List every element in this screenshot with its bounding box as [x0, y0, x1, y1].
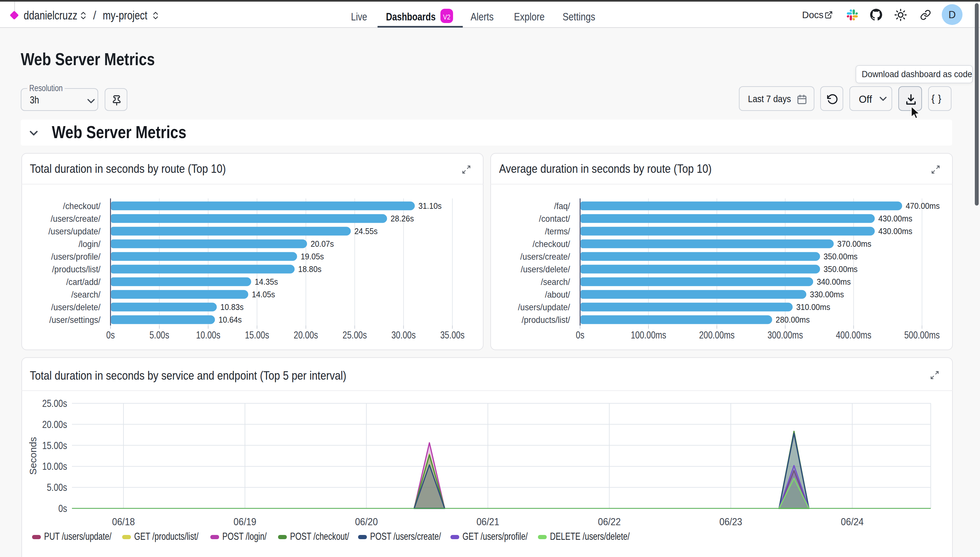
svg-text:28.26s: 28.26s: [390, 214, 414, 223]
svg-text:06/21: 06/21: [476, 516, 499, 527]
svg-text:/products/list/: /products/list/: [522, 315, 570, 325]
svg-text:06/23: 06/23: [720, 516, 742, 527]
svg-text:5.00s: 5.00s: [150, 329, 169, 341]
svg-text:14.05s: 14.05s: [252, 290, 275, 299]
svg-text:/contact/: /contact/: [539, 214, 570, 224]
svg-text:/users/profile/: /users/profile/: [51, 252, 101, 262]
svg-text:10.00s: 10.00s: [42, 461, 67, 472]
svg-text:470.00ms: 470.00ms: [906, 201, 940, 210]
svg-text:0s: 0s: [59, 503, 67, 514]
svg-text:/checkout/: /checkout/: [533, 239, 570, 249]
svg-text:5.00s: 5.00s: [47, 482, 67, 493]
svg-text:200.00ms: 200.00ms: [699, 329, 735, 341]
svg-text:19.05s: 19.05s: [301, 252, 324, 261]
svg-text:31.10s: 31.10s: [418, 201, 442, 210]
svg-text:0s: 0s: [106, 329, 115, 341]
svg-text:15.00s: 15.00s: [245, 329, 269, 341]
svg-text:/users/create/: /users/create/: [520, 252, 570, 262]
svg-text:/terms/: /terms/: [545, 226, 570, 236]
svg-text:24.55s: 24.55s: [354, 226, 377, 236]
svg-text:/login/: /login/: [78, 239, 101, 249]
svg-text:10.83s: 10.83s: [220, 302, 244, 311]
svg-text:340.00ms: 340.00ms: [817, 277, 851, 286]
svg-text:300.00ms: 300.00ms: [767, 329, 803, 341]
svg-text:310.00ms: 310.00ms: [796, 302, 830, 311]
svg-text:20.00s: 20.00s: [42, 419, 67, 430]
svg-text:330.00ms: 330.00ms: [810, 290, 844, 299]
svg-text:14.35s: 14.35s: [255, 277, 278, 286]
svg-text:/users/create/: /users/create/: [50, 214, 101, 224]
svg-text:400.00ms: 400.00ms: [836, 329, 871, 341]
svg-text:25.00s: 25.00s: [42, 397, 67, 409]
svg-text:10.00s: 10.00s: [196, 329, 220, 341]
svg-text:06/22: 06/22: [598, 516, 621, 527]
svg-text:280.00ms: 280.00ms: [776, 315, 810, 324]
svg-text:06/20: 06/20: [355, 516, 377, 527]
svg-text:20.00s: 20.00s: [294, 329, 318, 341]
svg-text:20.07s: 20.07s: [310, 239, 334, 248]
svg-text:/users/update/: /users/update/: [518, 302, 570, 312]
svg-text:10.64s: 10.64s: [218, 315, 242, 324]
svg-text:100.00ms: 100.00ms: [631, 329, 666, 341]
svg-text:06/24: 06/24: [841, 516, 864, 527]
svg-text:/faq/: /faq/: [554, 201, 570, 211]
svg-text:/products/list/: /products/list/: [52, 264, 101, 274]
svg-text:370.00ms: 370.00ms: [837, 239, 871, 248]
svg-text:06/18: 06/18: [112, 516, 135, 527]
svg-text:15.00s: 15.00s: [42, 440, 67, 451]
svg-text:350.00ms: 350.00ms: [824, 264, 858, 274]
svg-text:430.00ms: 430.00ms: [878, 226, 912, 236]
svg-text:25.00s: 25.00s: [343, 329, 367, 341]
svg-text:/search/: /search/: [541, 277, 570, 287]
svg-text:/user/settings/: /user/settings/: [49, 315, 101, 325]
svg-text:/search/: /search/: [71, 290, 101, 300]
svg-text:/about/: /about/: [545, 290, 570, 300]
svg-text:/users/delete/: /users/delete/: [521, 264, 570, 274]
svg-text:18.80s: 18.80s: [298, 264, 322, 274]
svg-text:/checkout/: /checkout/: [63, 201, 101, 211]
svg-text:430.00ms: 430.00ms: [878, 214, 912, 223]
svg-text:Seconds: Seconds: [28, 437, 38, 475]
svg-text:06/19: 06/19: [234, 516, 256, 527]
svg-text:30.00s: 30.00s: [392, 329, 416, 341]
svg-text:/cart/add/: /cart/add/: [66, 277, 101, 287]
svg-text:350.00ms: 350.00ms: [824, 252, 858, 261]
svg-text:35.00s: 35.00s: [440, 329, 465, 341]
svg-text:500.00ms: 500.00ms: [904, 329, 940, 341]
svg-text:/users/update/: /users/update/: [48, 226, 101, 236]
svg-text:0s: 0s: [576, 329, 584, 341]
svg-text:/users/delete/: /users/delete/: [51, 302, 101, 312]
